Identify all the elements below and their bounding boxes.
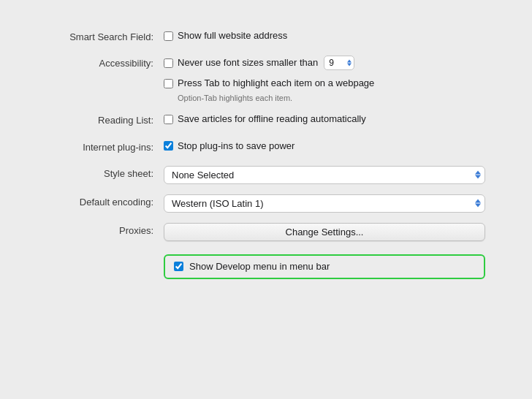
font-size-row: Never use font sizes smaller than 9 10 1…	[164, 56, 485, 70]
tab-hint-text: Option-Tab highlights each item.	[178, 94, 485, 102]
font-size-select[interactable]: 9 10 11 12 14 18 24	[324, 56, 354, 70]
internet-plugins-control: Stop plug-ins to save power	[164, 140, 485, 156]
show-develop-checkbox[interactable]	[174, 262, 183, 271]
internet-plugins-label: Internet plug-ins:	[47, 140, 164, 154]
smart-search-checkbox-label[interactable]: Show full website address	[178, 29, 287, 42]
show-develop-label[interactable]: Show Develop menu in menu bar	[189, 260, 330, 273]
stop-plugins-checkbox[interactable]	[164, 141, 173, 151]
style-sheet-label: Style sheet:	[47, 166, 164, 180]
default-encoding-label: Default encoding:	[47, 194, 164, 209]
style-sheet-select-wrapper: None Selected Default Custom...	[164, 166, 485, 184]
preferences-panel: Smart Search Field: Show full website ad…	[18, 15, 514, 304]
smart-search-checkbox-row: Show full website address	[164, 29, 485, 42]
proxies-control: Change Settings...	[164, 223, 485, 241]
smart-search-checkbox[interactable]	[164, 31, 173, 41]
smart-search-row: Smart Search Field: Show full website ad…	[47, 29, 485, 45]
internet-plugins-checkbox-row: Stop plug-ins to save power	[164, 140, 485, 153]
default-encoding-control: Western (ISO Latin 1) Unicode (UTF-8) Ja…	[164, 194, 485, 213]
font-size-select-wrapper: 9 10 11 12 14 18 24	[324, 56, 354, 70]
style-sheet-row: Style sheet: None Selected Default Custo…	[47, 166, 485, 184]
never-font-label[interactable]: Never use font sizes smaller than	[178, 56, 318, 69]
show-develop-empty-label	[47, 251, 164, 253]
show-develop-highlight-box: Show Develop menu in menu bar	[164, 254, 485, 279]
smart-search-control: Show full website address	[164, 29, 485, 45]
reading-list-row: Reading List: Save articles for offline …	[47, 113, 485, 129]
reading-list-label: Reading List:	[47, 113, 164, 127]
reading-list-checkbox-row: Save articles for offline reading automa…	[164, 113, 485, 126]
reading-list-checkbox[interactable]	[164, 115, 173, 124]
default-encoding-select-wrapper: Western (ISO Latin 1) Unicode (UTF-8) Ja…	[164, 194, 485, 213]
accessibility-label: Accessibility:	[47, 56, 164, 70]
reading-list-control: Save articles for offline reading automa…	[164, 113, 485, 129]
accessibility-row: Accessibility: Never use font sizes smal…	[47, 56, 485, 102]
style-sheet-select[interactable]: None Selected Default Custom...	[164, 166, 485, 184]
default-encoding-row: Default encoding: Western (ISO Latin 1) …	[47, 194, 485, 213]
show-develop-control: Show Develop menu in menu bar	[164, 251, 485, 279]
tab-highlight-row: Press Tab to highlight each item on a we…	[164, 77, 485, 90]
internet-plugins-row: Internet plug-ins: Stop plug-ins to save…	[47, 140, 485, 156]
show-develop-row: Show Develop menu in menu bar	[47, 251, 485, 279]
reading-list-checkbox-label[interactable]: Save articles for offline reading automa…	[178, 113, 366, 126]
tab-highlight-checkbox[interactable]	[164, 79, 173, 88]
stop-plugins-label[interactable]: Stop plug-ins to save power	[178, 140, 294, 153]
proxies-label: Proxies:	[47, 223, 164, 238]
accessibility-control: Never use font sizes smaller than 9 10 1…	[164, 56, 485, 102]
tab-highlight-label[interactable]: Press Tab to highlight each item on a we…	[178, 77, 374, 90]
style-sheet-control: None Selected Default Custom...	[164, 166, 485, 184]
default-encoding-select[interactable]: Western (ISO Latin 1) Unicode (UTF-8) Ja…	[164, 194, 485, 213]
smart-search-label: Smart Search Field:	[47, 29, 164, 44]
proxies-row: Proxies: Change Settings...	[47, 223, 485, 241]
change-settings-button[interactable]: Change Settings...	[164, 223, 485, 241]
never-font-checkbox[interactable]	[164, 58, 173, 68]
